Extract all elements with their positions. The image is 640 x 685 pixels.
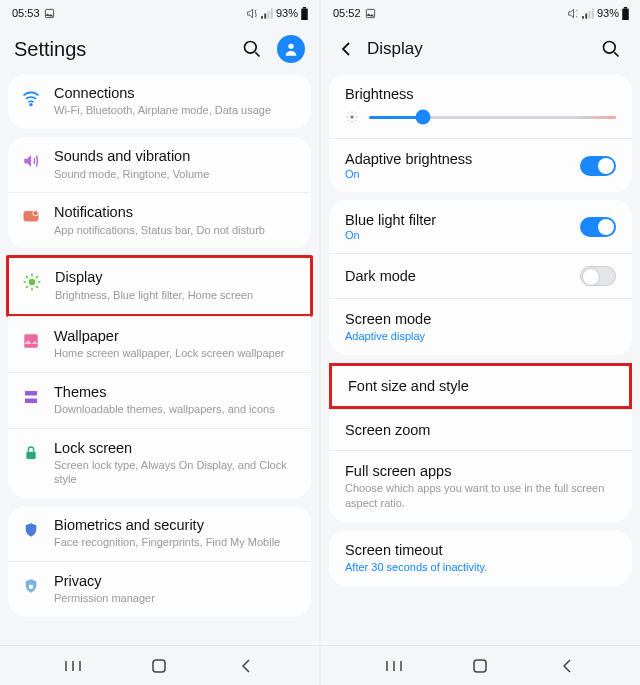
settings-item-wallpaper[interactable]: Wallpaper Home screen wallpaper, Lock sc…: [8, 316, 311, 372]
display-header: Display: [321, 26, 640, 74]
dark-mode-row[interactable]: Dark mode: [329, 254, 632, 298]
svg-rect-16: [29, 585, 33, 589]
screen-mode-row[interactable]: Screen mode Adaptive display: [329, 299, 632, 355]
mute-icon: [246, 7, 259, 20]
item-title: Dark mode: [345, 268, 416, 284]
item-title: Wallpaper: [54, 328, 297, 345]
privacy-icon: [20, 575, 42, 597]
display-list: Brightness Adaptive brightness On Blue l…: [321, 74, 640, 645]
settings-item-display[interactable]: Display Brightness, Blue light filter, H…: [6, 255, 313, 316]
svg-point-7: [245, 42, 257, 54]
settings-item-lockscreen[interactable]: Lock screen Screen lock type, Always On …: [8, 428, 311, 498]
settings-list: Connections Wi-Fi, Bluetooth, Airplane m…: [0, 74, 319, 645]
svg-rect-5: [303, 7, 306, 9]
settings-group: Biometrics and security Face recognition…: [8, 506, 311, 617]
item-title: Biometrics and security: [54, 517, 297, 534]
nav-bar: [321, 645, 640, 685]
item-state: On: [345, 168, 472, 180]
search-icon: [601, 39, 621, 59]
page-title: Display: [367, 39, 586, 59]
page-title: Settings: [14, 38, 227, 61]
item-subtitle: Brightness, Blue light filter, Home scre…: [55, 289, 296, 303]
svg-rect-23: [624, 7, 627, 9]
filters-card: Blue light filter On Dark mode Screen mo…: [329, 200, 632, 355]
settings-screen: 05:53 93% Settings Connections: [0, 0, 319, 685]
blue-light-toggle[interactable]: [580, 217, 616, 237]
item-title: Font size and style: [348, 378, 613, 394]
svg-rect-15: [26, 452, 35, 459]
status-time: 05:53: [12, 7, 40, 19]
settings-item-themes[interactable]: Themes Downloadable themes, wallpapers, …: [8, 372, 311, 428]
nav-recents[interactable]: [384, 656, 404, 676]
svg-rect-1: [261, 16, 263, 19]
svg-point-9: [30, 104, 32, 106]
svg-point-12: [33, 211, 38, 216]
slider-thumb[interactable]: [416, 110, 431, 125]
settings-item-notifications[interactable]: Notifications App notifications, Status …: [8, 192, 311, 248]
settings-item-biometrics[interactable]: Biometrics and security Face recognition…: [8, 506, 311, 561]
svg-point-8: [288, 44, 293, 49]
svg-point-26: [350, 115, 354, 119]
account-avatar[interactable]: [277, 35, 305, 63]
item-title: Notifications: [54, 204, 297, 221]
blue-light-row[interactable]: Blue light filter On: [329, 200, 632, 253]
brightness-card: Brightness Adaptive brightness On: [329, 74, 632, 192]
nav-back[interactable]: [236, 656, 256, 676]
svg-rect-17: [153, 660, 165, 672]
shield-icon: [20, 519, 42, 541]
chevron-left-icon: [338, 41, 354, 57]
adaptive-brightness-row[interactable]: Adaptive brightness On: [329, 139, 632, 192]
timeout-card: Screen timeout After 30 seconds of inact…: [329, 530, 632, 586]
svg-point-13: [29, 279, 36, 286]
item-title: Themes: [54, 384, 297, 401]
picture-icon: [365, 8, 376, 19]
font-zoom-card: Font size and style Screen zoom Full scr…: [329, 363, 632, 522]
item-title: Screen timeout: [345, 542, 616, 558]
battery-pct: 93%: [276, 7, 298, 19]
svg-rect-19: [582, 16, 584, 19]
themes-icon: [20, 386, 42, 408]
svg-rect-3: [267, 10, 269, 18]
mute-icon: [567, 7, 580, 20]
search-button[interactable]: [596, 34, 626, 64]
search-icon: [242, 39, 262, 59]
person-icon: [283, 41, 299, 57]
nav-back[interactable]: [557, 656, 577, 676]
item-subtitle: After 30 seconds of inactivity.: [345, 560, 616, 574]
item-subtitle: Sound mode, Ringtone, Volume: [54, 168, 297, 182]
brightness-slider[interactable]: [329, 102, 632, 138]
signal-icon: [582, 8, 595, 19]
item-state: On: [345, 229, 436, 241]
back-button[interactable]: [335, 34, 357, 64]
item-subtitle: App notifications, Status bar, Do not di…: [54, 224, 297, 238]
battery-icon: [300, 7, 309, 20]
full-screen-apps-row[interactable]: Full screen apps Choose which apps you w…: [329, 451, 632, 522]
svg-rect-14: [24, 334, 38, 348]
item-subtitle: Permission manager: [54, 592, 297, 606]
nav-home[interactable]: [470, 656, 490, 676]
settings-item-connections[interactable]: Connections Wi-Fi, Bluetooth, Airplane m…: [8, 74, 311, 129]
nav-recents[interactable]: [63, 656, 83, 676]
lock-icon: [20, 442, 42, 464]
settings-item-sounds[interactable]: Sounds and vibration Sound mode, Rington…: [8, 137, 311, 192]
svg-rect-21: [588, 10, 590, 18]
adaptive-brightness-toggle[interactable]: [580, 156, 616, 176]
wallpaper-icon: [20, 330, 42, 352]
status-bar: 05:53 93%: [0, 0, 319, 26]
status-bar: 05:52 93%: [321, 0, 640, 26]
font-size-style-row[interactable]: Font size and style: [329, 363, 632, 409]
dark-mode-toggle[interactable]: [580, 266, 616, 286]
status-time: 05:52: [333, 7, 361, 19]
settings-item-privacy[interactable]: Privacy Permission manager: [8, 561, 311, 617]
nav-home[interactable]: [149, 656, 169, 676]
slider-track[interactable]: [369, 116, 616, 119]
settings-group: Connections Wi-Fi, Bluetooth, Airplane m…: [8, 74, 311, 129]
screen-zoom-row[interactable]: Screen zoom: [329, 410, 632, 450]
screen-timeout-row[interactable]: Screen timeout After 30 seconds of inact…: [329, 530, 632, 586]
item-title: Screen mode: [345, 311, 616, 327]
battery-pct: 93%: [597, 7, 619, 19]
item-title: Full screen apps: [345, 463, 616, 479]
svg-rect-6: [301, 8, 308, 19]
item-state: Adaptive display: [345, 329, 616, 343]
search-button[interactable]: [237, 34, 267, 64]
